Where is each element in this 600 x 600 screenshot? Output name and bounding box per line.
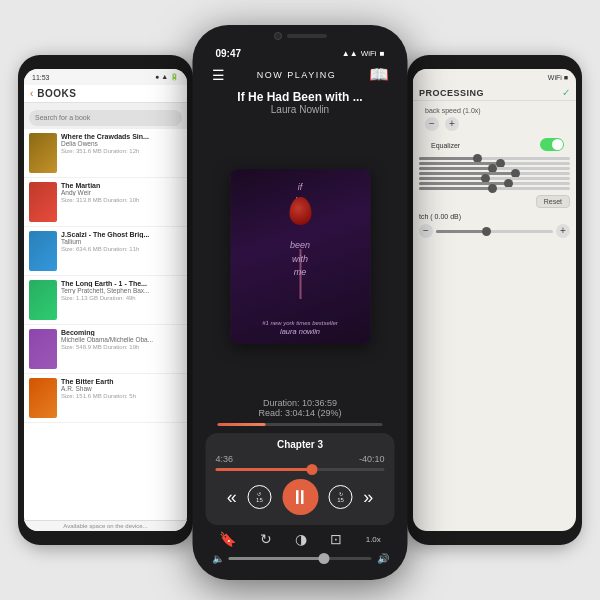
left-book-author: Terry Pratchett, Stephen Bax...: [61, 287, 182, 294]
center-book-title-area: If He Had Been with ...: [198, 86, 403, 104]
center-status-icons: ▲▲ WiFi ■: [342, 49, 385, 58]
cover-if: if: [230, 181, 370, 195]
volume-min-icon: 🔈: [212, 553, 224, 564]
read-label: Read:: [258, 408, 285, 418]
center-chapter-panel: Chapter 3 4:36 -40:10 « ↺ 1: [206, 433, 395, 525]
left-book-cover: [29, 280, 57, 320]
center-book-cover: if he had been with me #1 new: [230, 169, 370, 344]
right-speed-row: − +: [419, 115, 570, 133]
right-speed-plus[interactable]: +: [445, 117, 459, 131]
right-status-bar: WiFi ■: [413, 69, 576, 85]
right-header-title: PROCESSING: [419, 88, 484, 98]
right-pitch-label: tch ( 0.00 dB): [419, 213, 461, 220]
right-eq-toggle[interactable]: [540, 138, 564, 151]
left-back-icon[interactable]: ‹: [30, 88, 33, 99]
right-eq-track: [419, 187, 570, 190]
center-chapter-name: Chapter 3: [216, 439, 385, 450]
left-book-cover: [29, 182, 57, 222]
right-eq-slider-row[interactable]: [419, 177, 570, 180]
right-eq-slider-row[interactable]: [419, 167, 570, 170]
right-eq-sliders: [413, 155, 576, 192]
left-search-area: [24, 103, 187, 129]
right-eq-slider-row[interactable]: [419, 172, 570, 175]
left-book-author: Delia Owens: [61, 140, 182, 147]
right-pitch-plus[interactable]: +: [556, 224, 570, 238]
play-pause-wrap: ⏸: [282, 479, 318, 515]
speed-button[interactable]: 1.0x: [366, 535, 381, 544]
left-book-item[interactable]: The MartianAndy WeirSize: 313.8 MB Durat…: [24, 178, 187, 227]
duration-label: Duration:: [263, 398, 302, 408]
forward-button[interactable]: »: [363, 487, 373, 508]
left-search-input[interactable]: [29, 110, 182, 126]
center-duration-area: Duration: 10:36:59 Read: 3:04:14 (29%): [198, 394, 403, 420]
bookmark-button[interactable]: 🔖: [219, 531, 236, 547]
cover-author-name: laura nowlin: [230, 327, 370, 336]
right-phone-screen: WiFi ■ PROCESSING ✓ back speed (1.0x) − …: [413, 69, 576, 531]
forward-wrap: »: [363, 487, 373, 508]
fwd15-wrap: ↻ 15: [329, 485, 353, 509]
center-phone: 09:47 ▲▲ WiFi ■ ☰ NOW PLAYING 📖 If He Ha…: [193, 25, 408, 580]
center-read-text: Read: 3:04:14 (29%): [198, 408, 403, 418]
right-eq-fill: [419, 172, 517, 175]
cover-subtitle: #1 new york times bestseller: [230, 320, 370, 326]
right-eq-fill: [419, 177, 487, 180]
brightness-button[interactable]: ◑: [295, 531, 307, 547]
airplay-button[interactable]: ⊡: [330, 531, 342, 547]
right-eq-label: Equalizer: [425, 140, 466, 150]
right-status-icons: WiFi ■: [548, 74, 568, 81]
right-eq-fill: [419, 167, 495, 170]
right-eq-fill: [419, 187, 495, 190]
center-book-icon[interactable]: 📖: [369, 65, 389, 84]
center-overall-progress[interactable]: [218, 423, 383, 426]
right-speed-minus[interactable]: −: [425, 117, 439, 131]
volume-fill: [229, 557, 322, 560]
rewind-button[interactable]: «: [227, 487, 237, 508]
left-title: BOOKS: [37, 88, 76, 99]
center-volume-row: 🔈 🔊: [198, 551, 403, 570]
back15-button[interactable]: ↺ 15: [247, 485, 271, 509]
right-reset-row: Reset: [413, 192, 576, 211]
center-menu-icon[interactable]: ☰: [212, 67, 225, 83]
left-footer: Available space on the device...: [24, 520, 187, 531]
left-book-item[interactable]: Where the Crawdads Sin...Delia OwensSize…: [24, 129, 187, 178]
center-cover-area: if he had been with me #1 new: [198, 119, 403, 394]
right-check-icon[interactable]: ✓: [562, 87, 570, 98]
left-book-item[interactable]: The Bitter EarthA.R. ShawSize: 151.6 MB …: [24, 374, 187, 423]
left-phone-screen: 11:53 ● ▲ 🔋 ‹ BOOKS Where the Crawdads S…: [24, 69, 187, 531]
left-header: ‹ BOOKS: [24, 85, 187, 103]
right-eq-row: Equalizer: [419, 136, 570, 153]
left-book-title: J.Scalzi - The Ghost Brig...: [61, 231, 182, 238]
volume-slider[interactable]: [229, 557, 372, 560]
duration-value: 10:36:59: [302, 398, 337, 408]
left-book-meta: Size: 351.6 MB Duration: 12h: [61, 148, 182, 154]
center-chapter-thumb: [307, 464, 318, 475]
center-bottom-controls: 🔖 ↻ ◑ ⊡ 1.0x: [198, 529, 403, 551]
fwd15-button[interactable]: ↻ 15: [329, 485, 353, 509]
center-camera: [274, 32, 282, 40]
center-header: ☰ NOW PLAYING 📖: [198, 63, 403, 86]
right-eq-fill: [419, 157, 479, 160]
left-book-list: Where the Crawdads Sin...Delia OwensSize…: [24, 129, 187, 423]
center-book-title-text: If He Had Been with ...: [208, 90, 393, 104]
right-pitch-minus[interactable]: −: [419, 224, 433, 238]
left-book-item[interactable]: BecomingMichelle Obama/Michelle Oba...Si…: [24, 325, 187, 374]
right-speed-label: back speed (1.0x): [419, 104, 570, 115]
left-book-meta: Size: 151.6 MB Duration: 5h: [61, 393, 182, 399]
right-reset-button[interactable]: Reset: [536, 195, 570, 208]
left-book-item[interactable]: The Long Earth - 1 - The...Terry Pratche…: [24, 276, 187, 325]
left-status-icons: ● ▲ 🔋: [155, 73, 179, 81]
right-speed-controls: − +: [425, 117, 459, 131]
center-header-title: NOW PLAYING: [257, 70, 336, 80]
center-chapter-progress[interactable]: [216, 468, 385, 471]
cover-flower-head: [289, 197, 311, 225]
left-phone: 11:53 ● ▲ 🔋 ‹ BOOKS Where the Crawdads S…: [18, 55, 193, 545]
left-book-item[interactable]: J.Scalzi - The Ghost Brig...TalliumSize:…: [24, 227, 187, 276]
wifi-icon: WiFi: [361, 49, 377, 58]
repeat-button[interactable]: ↻: [260, 531, 272, 547]
left-book-author: Andy Weir: [61, 189, 182, 196]
back15-wrap: ↺ 15: [247, 485, 271, 509]
play-pause-button[interactable]: ⏸: [282, 479, 318, 515]
center-progress-fill: [218, 423, 266, 426]
right-eq-slider-row[interactable]: [419, 157, 570, 160]
right-eq-slider-row[interactable]: [419, 187, 570, 190]
